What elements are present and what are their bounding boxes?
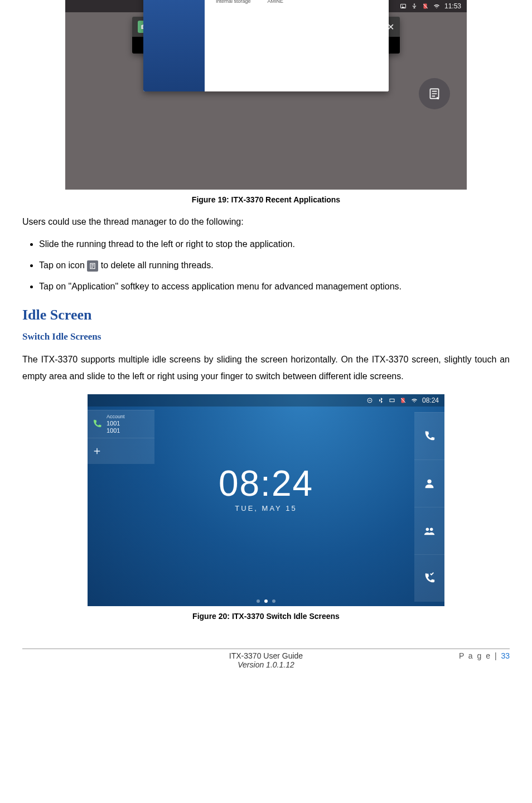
clock-date: TUE, MAY 15 xyxy=(219,504,313,512)
svg-point-1 xyxy=(402,5,403,6)
figure-caption: Figure 20: ITX-3370 Switch Idle Screens xyxy=(22,612,510,621)
status-time: 11:53 xyxy=(444,2,461,10)
shortcut-contacts[interactable] xyxy=(414,459,444,507)
svg-point-11 xyxy=(430,528,433,531)
status-bar: 08:24 xyxy=(88,394,444,407)
svg-point-10 xyxy=(426,528,429,531)
svg-rect-7 xyxy=(390,399,394,402)
shortcut-voicemail[interactable] xyxy=(414,554,444,602)
figure-caption: Figure 19: ITX-3370 Recent Applications xyxy=(22,195,510,204)
right-shortcut-bar xyxy=(414,412,444,602)
clock-time: 08:24 xyxy=(219,462,313,504)
page-indicator xyxy=(257,599,275,603)
wifi-icon xyxy=(411,397,418,404)
shortcut-dial[interactable] xyxy=(414,412,444,459)
shortcut-conference[interactable] xyxy=(414,507,444,554)
subsection-heading: Switch Idle Screens xyxy=(22,331,510,342)
footer-title: ITX-3370 User Guide xyxy=(89,651,443,660)
account-row[interactable]: Account 1001 1001 xyxy=(88,410,154,438)
bullet-item: Tap on "Application" softkey to access a… xyxy=(39,280,510,293)
ethernet-icon xyxy=(389,397,395,404)
status-time: 08:24 xyxy=(422,396,439,404)
bullet-list: Slide the running thread to the left or … xyxy=(22,238,510,293)
phone-icon xyxy=(92,419,102,429)
no-sim-icon xyxy=(400,397,407,404)
no-sim-icon xyxy=(422,3,429,9)
page-number: 33 xyxy=(501,651,510,660)
delete-threads-icon xyxy=(87,260,98,272)
figure-20-idle-screen: 08:24 Account 1001 1001 08:24 TUE, MAY 1… xyxy=(88,394,444,606)
clock-widget: 08:24 TUE, MAY 15 xyxy=(219,462,313,512)
page-footer: ITX-3370 User Guide Version 1.0.1.12 P a… xyxy=(22,651,510,669)
bullet-item: Slide the running thread to the left or … xyxy=(39,238,510,251)
account-panel: Account 1001 1001 xyxy=(88,410,154,464)
add-account-button[interactable] xyxy=(88,438,154,464)
figure-19-recent-apps: 11:53 Camera ✕ Audio Video xyxy=(65,0,467,190)
intro-text: Users could use the thread manager to do… xyxy=(22,215,510,229)
footer-rule xyxy=(22,649,510,649)
do-not-disturb-icon xyxy=(366,397,373,404)
paragraph: The ITX-3370 supports multiple idle scre… xyxy=(22,351,510,385)
page-label: P a g e | xyxy=(459,651,501,660)
usb-icon xyxy=(411,3,418,9)
recent-app-card-filemanager[interactable]: Audio Video File Manager ✕ Internal stor… xyxy=(143,0,389,91)
svg-point-9 xyxy=(427,479,431,483)
wifi-icon xyxy=(433,3,440,9)
picture-icon xyxy=(400,3,407,9)
footer-version: Version 1.0.1.12 xyxy=(89,660,443,669)
section-heading: Idle Screen xyxy=(22,307,510,323)
file-item[interactable]: Internal storage xyxy=(216,0,251,4)
file-item[interactable]: AMINE xyxy=(268,0,284,4)
bullet-item: Tap on icon to delete all running thread… xyxy=(39,259,510,272)
file-manager-sidebar: Audio Video xyxy=(143,0,205,91)
clear-all-fab[interactable] xyxy=(419,78,450,109)
bluetooth-icon xyxy=(378,397,384,404)
